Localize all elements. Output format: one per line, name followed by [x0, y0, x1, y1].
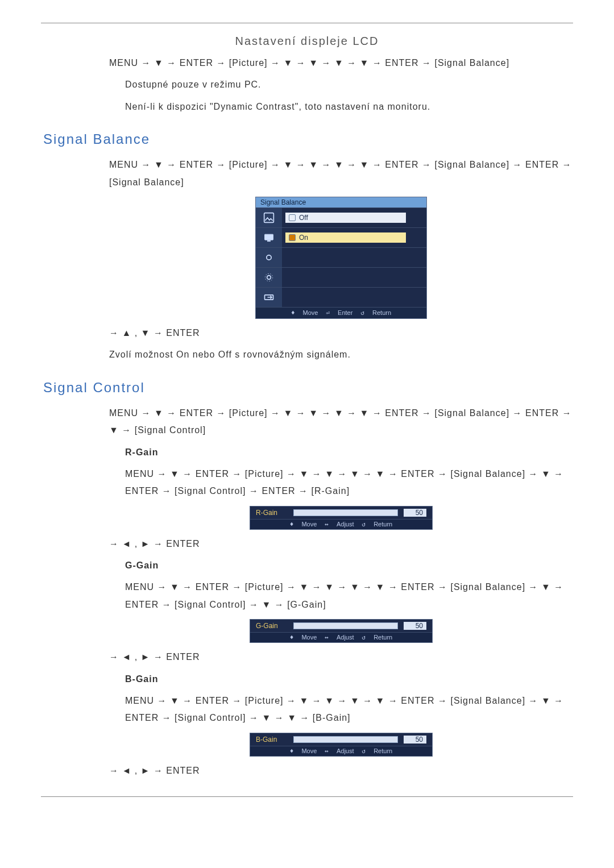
menu-icon-dot — [256, 248, 282, 267]
nav-path-top: MENU → ▼ → ENTER → [Picture] → ▼ → ▼ → ▼… — [109, 55, 573, 72]
menu-icon-screen — [256, 228, 282, 247]
footer-move-r: Move — [301, 521, 317, 528]
slider-g-gain[interactable]: G-Gain 50 ♦Move ↔Adjust ↺Return — [250, 619, 433, 643]
slider-r-gain[interactable]: R-Gain 50 ♦Move ↔Adjust ↺Return — [250, 506, 433, 530]
menu-icon-picture — [256, 208, 282, 227]
footer-adjust-icon: ↔ — [325, 634, 329, 641]
section-title-signal-control: Signal Control — [43, 380, 573, 396]
heading-g-gain: G-Gain — [125, 557, 573, 574]
footer-move-icon: ♦ — [290, 634, 294, 641]
purpose-note: Není-li k dispozici "Dynamic Contrast", … — [125, 98, 573, 115]
menu-row-off[interactable]: Off — [256, 207, 426, 227]
menu-row-blank-1 — [256, 247, 426, 267]
slider-b-gain[interactable]: B-Gain 50 ♦Move ↔Adjust ↺Return — [250, 733, 433, 757]
svg-rect-1 — [265, 234, 273, 240]
slider-label-b: B-Gain — [256, 736, 288, 744]
slider-footer-r: ♦Move ↔Adjust ↺Return — [250, 519, 432, 529]
footer-rule — [41, 796, 573, 798]
footer-return-icon: ↺ — [362, 747, 366, 755]
footer-move-g: Move — [301, 634, 317, 641]
slider-value-g: 50 — [404, 622, 426, 630]
slider-label-r: R-Gain — [256, 509, 288, 517]
slider-value-r: 50 — [404, 509, 426, 517]
note-signal-balance: Zvolí možnost On nebo Off s rovnovážným … — [109, 346, 573, 363]
footer-enter: Enter — [338, 309, 352, 317]
footer-adjust-icon: ↔ — [325, 747, 329, 755]
heading-b-gain: B-Gain — [125, 671, 573, 688]
footer-return-r: Return — [374, 521, 392, 528]
slider-track-b[interactable] — [293, 736, 398, 743]
nav-keys-r: → ◄ , ► → ENTER — [109, 535, 573, 553]
nav-path-signal-control: MENU → ▼ → ENTER → [Picture] → ▼ → ▼ → ▼… — [109, 405, 573, 439]
footer-return-icon: ↺ — [360, 309, 364, 317]
slider-track-g[interactable] — [293, 622, 398, 629]
svg-point-4 — [267, 276, 271, 280]
menu-row-on[interactable]: On — [256, 227, 426, 247]
footer-enter-icon: ⏎ — [326, 309, 330, 317]
footer-move-icon: ♦ — [291, 309, 295, 317]
footer-return: Return — [372, 309, 391, 317]
page-header-title: Nastavení displeje LCD — [41, 35, 573, 48]
nav-path-signal-balance: MENU → ▼ → ENTER → [Picture] → ▼ → ▼ → ▼… — [109, 156, 573, 191]
svg-point-5 — [265, 273, 272, 281]
svg-rect-2 — [268, 240, 271, 242]
heading-r-gain: R-Gain — [125, 444, 573, 461]
nav-keys-b: → ◄ , ► → ENTER — [109, 762, 573, 779]
nav-path-r-gain: MENU → ▼ → ENTER → [Picture] → ▼ → ▼ → ▼… — [125, 466, 573, 500]
footer-adjust-r: Adjust — [337, 521, 354, 528]
footer-return-icon: ↺ — [362, 521, 366, 528]
slider-value-b: 50 — [404, 736, 426, 744]
footer-move-b: Move — [301, 747, 317, 755]
nav-path-g-gain: MENU → ▼ → ENTER → [Picture] → ▼ → ▼ → ▼… — [125, 579, 573, 613]
nav-path-b-gain: MENU → ▼ → ENTER → [Picture] → ▼ → ▼ → ▼… — [125, 692, 573, 727]
slider-label-g: G-Gain — [256, 622, 288, 630]
svg-rect-0 — [264, 213, 274, 223]
menu-row-blank-3 — [256, 287, 426, 307]
footer-move-icon: ♦ — [290, 521, 294, 528]
menu-footer: ♦Move ⏎Enter ↺Return — [256, 307, 426, 318]
radio-icon-on — [289, 234, 296, 241]
footer-return-icon: ↺ — [362, 634, 366, 641]
slider-footer-g: ♦Move ↔Adjust ↺Return — [250, 632, 432, 642]
footer-move-icon: ♦ — [290, 747, 294, 755]
nav-keys-g: → ◄ , ► → ENTER — [109, 649, 573, 666]
radio-icon — [289, 214, 296, 221]
section-title-signal-balance: Signal Balance — [43, 131, 573, 147]
slider-footer-b: ♦Move ↔Adjust ↺Return — [250, 746, 432, 756]
footer-adjust-b: Adjust — [337, 747, 354, 755]
option-on-label: On — [299, 234, 308, 242]
menu-row-blank-2 — [256, 267, 426, 287]
menu-icon-input — [256, 288, 282, 307]
footer-move: Move — [303, 309, 318, 317]
signal-balance-menu-title: Signal Balance — [256, 197, 426, 207]
footer-return-g: Return — [374, 634, 392, 641]
slider-track-r[interactable] — [293, 509, 398, 516]
availability-note: Dostupné pouze v režimu PC. — [125, 76, 573, 93]
footer-adjust-g: Adjust — [337, 634, 354, 641]
signal-balance-menu: Signal Balance Off On — [255, 197, 427, 319]
menu-icon-gear — [256, 268, 282, 287]
footer-return-b: Return — [374, 747, 392, 755]
option-off-label: Off — [299, 214, 308, 222]
svg-point-3 — [267, 255, 271, 260]
nav-keys-signal-balance: → ▲ , ▼ → ENTER — [109, 325, 573, 342]
footer-adjust-icon: ↔ — [325, 521, 329, 528]
